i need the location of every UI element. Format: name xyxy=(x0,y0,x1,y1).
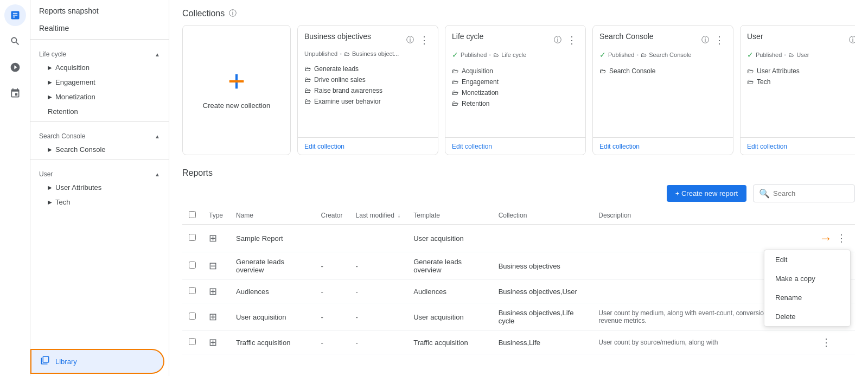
card-title-lifecycle: Life cycle xyxy=(452,32,483,41)
row-creator-cell: - xyxy=(314,331,349,354)
card-header-user: User ⓘ ⋮ xyxy=(741,26,855,50)
select-all-header xyxy=(182,207,202,225)
folder-icon: 🗁 xyxy=(452,78,458,86)
business-more-icon[interactable]: ⋮ xyxy=(417,32,431,48)
context-menu-copy[interactable]: Make a copy xyxy=(764,269,850,288)
sidebar-item-retention[interactable]: Retention xyxy=(30,104,169,119)
template-column-header: Template xyxy=(407,207,492,225)
sidebar-item-tech[interactable]: ▶ Tech xyxy=(30,195,169,209)
sc-info-icon[interactable]: ⓘ xyxy=(701,35,709,45)
row-creator-cell: - xyxy=(314,303,349,331)
card-meta-user: ✓ Published • 🗁 User xyxy=(741,50,855,63)
row-modified-cell: - xyxy=(349,280,407,303)
edit-user-link[interactable]: Edit collection xyxy=(747,143,787,150)
sidebar-top-section: Reports snapshot Realtime xyxy=(30,0,169,44)
sidebar-item-engagement[interactable]: ▶ Engagement xyxy=(30,75,169,90)
sidebar-search-console-header[interactable]: Search Console ▲ xyxy=(30,128,169,142)
reports-toolbar: + Create new report 🔍 xyxy=(182,184,855,202)
sidebar-item-realtime[interactable]: Realtime xyxy=(30,20,169,37)
business-info-icon[interactable]: ⓘ xyxy=(406,35,414,45)
row-template-cell: Generate leads overview xyxy=(407,252,492,280)
table-row: ⊞ User acquisition - - User acquisition … xyxy=(182,303,855,331)
row-creator-cell xyxy=(314,225,349,252)
context-menu-edit[interactable]: Edit xyxy=(764,250,850,269)
edit-sc-link[interactable]: Edit collection xyxy=(599,143,640,150)
sidebar: Reports snapshot Realtime Life cycle ▲ ▶… xyxy=(30,0,169,376)
row-checkbox[interactable] xyxy=(189,287,196,294)
row-checkbox[interactable] xyxy=(189,262,196,269)
create-collection-card[interactable]: Create new collection xyxy=(182,25,291,155)
lifecycle-check-icon: ✓ xyxy=(452,50,458,59)
folder-icon-sc: 🗁 xyxy=(641,52,647,58)
create-report-button[interactable]: + Create new report xyxy=(667,185,746,202)
edit-lifecycle-link[interactable]: Edit collection xyxy=(452,143,492,150)
nav-icon-analytics[interactable] xyxy=(4,4,26,26)
table-icon: ⊞ xyxy=(209,286,217,297)
last-modified-column-header[interactable]: Last modified ↓ xyxy=(349,207,407,225)
select-all-checkbox[interactable] xyxy=(189,211,196,218)
search-input[interactable] xyxy=(773,189,849,197)
row-collection-cell: Business objectives,Life cycle xyxy=(492,303,592,331)
sidebar-lifecycle-header[interactable]: Life cycle ▲ xyxy=(30,46,169,60)
card-icons-sc: ⓘ ⋮ xyxy=(701,32,726,48)
row-modified-cell: - xyxy=(349,252,407,280)
row-name-cell: Audiences xyxy=(229,280,314,303)
folder-icon: 🗁 xyxy=(304,76,311,84)
collection-card-user: User ⓘ ⋮ ✓ Published • 🗁 User 🗁 xyxy=(740,25,855,155)
sidebar-divider-2 xyxy=(30,121,169,122)
row-checkbox[interactable] xyxy=(189,234,196,241)
sidebar-item-reports-snapshot[interactable]: Reports snapshot xyxy=(30,2,169,20)
card-item-row: 🗁 Drive online sales xyxy=(304,74,431,85)
table-icon: ⊞ xyxy=(209,337,217,348)
sidebar-item-user-attributes[interactable]: ▶ User Attributes xyxy=(30,180,169,195)
chevron-right-engagement: ▶ xyxy=(48,79,52,85)
reports-section: Reports + Create new report 🔍 xyxy=(182,168,855,354)
collections-info-icon[interactable]: ⓘ xyxy=(229,9,237,18)
nav-icon-explore[interactable] xyxy=(4,82,26,104)
table-header-row: Type Name Creator Last modified ↓ xyxy=(182,207,855,225)
nav-icon-settings[interactable] xyxy=(4,56,26,78)
type-column-header: Type xyxy=(202,207,229,225)
nav-icon-search[interactable] xyxy=(4,30,26,52)
sidebar-item-monetization[interactable]: ▶ Monetization xyxy=(30,90,169,104)
card-meta-sc: ✓ Published • 🗁 Search Console xyxy=(593,50,733,63)
reports-table: Type Name Creator Last modified ↓ xyxy=(182,207,855,354)
sc-more-icon[interactable]: ⋮ xyxy=(712,32,726,48)
card-header-sc: Search Console ⓘ ⋮ xyxy=(593,26,733,50)
row-more-button[interactable]: ⋮ xyxy=(819,335,833,350)
row-more-button[interactable]: ⋮ xyxy=(834,230,848,246)
search-console-section-label: Search Console xyxy=(39,132,85,140)
context-menu-delete[interactable]: Delete xyxy=(764,307,850,326)
lifecycle-info-icon[interactable]: ⓘ xyxy=(554,35,561,45)
card-item-row: 🗁 Search Console xyxy=(599,66,726,77)
table-icon: ⊞ xyxy=(209,233,217,244)
user-info-icon[interactable]: ⓘ xyxy=(849,35,855,45)
create-plus-icon xyxy=(226,71,247,97)
folder-icon-business: 🗁 xyxy=(344,50,350,57)
row-checkbox-cell xyxy=(182,303,202,331)
edit-business-link[interactable]: Edit collection xyxy=(304,143,344,150)
sidebar-item-library[interactable]: Library xyxy=(30,349,164,374)
card-header-lifecycle: Life cycle ⓘ ⋮ xyxy=(445,26,585,50)
row-description-cell: User count by source/medium, along with xyxy=(592,331,813,354)
sidebar-item-search-console[interactable]: ▶ Search Console xyxy=(30,142,169,157)
lifecycle-more-icon[interactable]: ⋮ xyxy=(565,32,579,48)
row-checkbox[interactable] xyxy=(189,338,196,345)
table-row: ⊞ Traffic acquisition - - Traffic acquis… xyxy=(182,331,855,354)
context-menu-rename[interactable]: Rename xyxy=(764,288,850,307)
sidebar-section-user: User ▲ ▶ User Attributes ▶ Tech xyxy=(30,164,169,212)
row-checkbox[interactable] xyxy=(189,313,196,320)
card-icons-lifecycle: ⓘ ⋮ xyxy=(554,32,579,48)
row-type-cell: ⊞ xyxy=(202,225,229,252)
row-actions-cell: → ⋮ xyxy=(813,225,855,252)
card-meta-lifecycle: ✓ Published • 🗁 Life cycle xyxy=(445,50,585,63)
row-template-cell: Audiences xyxy=(407,280,492,303)
row-checkbox-cell xyxy=(182,225,202,252)
main-content: Collections ⓘ Create new collection Busi… xyxy=(169,0,868,376)
card-icons-business: ⓘ ⋮ xyxy=(406,32,431,48)
sidebar-user-header[interactable]: User ▲ xyxy=(30,166,169,180)
row-checkbox-cell xyxy=(182,331,202,354)
search-console-chevron: ▲ xyxy=(155,133,160,139)
sidebar-item-acquisition[interactable]: ▶ Acquisition xyxy=(30,60,169,75)
description-column-header: Description xyxy=(592,207,813,225)
